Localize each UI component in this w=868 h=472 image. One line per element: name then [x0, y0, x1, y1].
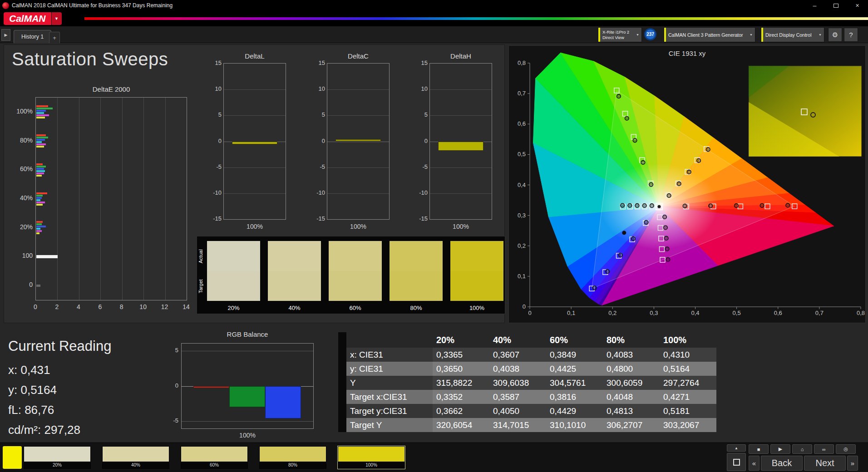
- x-axis-label: 0,2: [608, 310, 616, 316]
- cie-black-dot: [622, 231, 626, 235]
- column-header: 60%: [546, 335, 603, 345]
- table-row[interactable]: x: CIE310,33650,36070,38490,40830,4310: [338, 348, 716, 362]
- gridline: [430, 115, 492, 116]
- table-cell: 0,3352: [433, 390, 489, 404]
- cie-measured-marker: [664, 226, 668, 230]
- reading-cdm2: cd/m²: 297,28: [8, 423, 80, 437]
- close-button[interactable]: ×: [847, 0, 868, 11]
- pattern-bar: ▲ ■ ▶ ⌂ ∞ ◎ « Back Next » 20%40%60%80%10…: [0, 442, 868, 472]
- table-row[interactable]: y: CIE310,36500,40380,44250,48000,5164: [338, 362, 716, 376]
- loop-button[interactable]: ∞: [814, 444, 834, 454]
- x-axis-label: 0: [528, 310, 531, 316]
- pattern-patch-button[interactable]: 40%: [102, 446, 169, 469]
- y-axis-label: 0: [313, 138, 325, 144]
- pattern-window-button[interactable]: [727, 453, 746, 471]
- table-cell: 0,5181: [660, 404, 716, 418]
- gridline: [327, 142, 389, 142]
- y-axis-label: 0: [523, 303, 526, 310]
- table-cell: 0,4048: [603, 390, 660, 404]
- pattern-patch-button[interactable]: 100%: [338, 446, 405, 469]
- logo-dropdown-icon[interactable]: ▼: [52, 12, 62, 25]
- eject-button[interactable]: ▲: [727, 444, 746, 452]
- column-header: 100%: [660, 335, 716, 345]
- title-bar: CalMAN 2018 CalMAN Ultimate for Business…: [0, 0, 868, 11]
- deltae-bar: [36, 110, 46, 112]
- x-axis-label: 0,8: [857, 310, 865, 316]
- row-handle: [338, 418, 346, 432]
- pattern-source-dropdown[interactable]: CalMAN Client 3 Pattern Generator ▼: [664, 27, 755, 42]
- patch-label: 20%: [24, 462, 90, 468]
- gridline: [182, 421, 313, 422]
- deltae-bar: [36, 230, 42, 232]
- cie-measured-marker: [606, 270, 610, 274]
- table-cell: 0,4310: [660, 348, 716, 362]
- y-axis-label: 80%: [14, 137, 33, 144]
- y-axis-label: -15: [416, 215, 428, 222]
- table-cell: 309,6038: [489, 376, 546, 390]
- y-axis-label: 0,6: [518, 120, 526, 127]
- patch-label: 40%: [103, 462, 169, 468]
- table-cell: 304,5761: [546, 376, 603, 390]
- display-control-dropdown[interactable]: Direct Display Control ▼: [761, 27, 824, 42]
- table-cell: 0,4429: [546, 404, 603, 418]
- target-button[interactable]: ◎: [836, 444, 856, 454]
- cie-measured-marker: [667, 194, 671, 198]
- gridline: [224, 167, 286, 168]
- y-axis-label: 5: [210, 111, 222, 118]
- column-header: 80%: [603, 335, 660, 345]
- add-tab-button[interactable]: +: [49, 32, 60, 43]
- pattern-patch-button[interactable]: 60%: [181, 446, 248, 469]
- chevron-down-icon: ▼: [750, 33, 755, 36]
- back-chevron-button[interactable]: «: [749, 456, 760, 471]
- next-chevron-button[interactable]: »: [847, 456, 858, 471]
- red-bar: [193, 386, 229, 388]
- cie-measured-marker: [628, 203, 632, 207]
- pattern-patch-button[interactable]: 20%: [24, 446, 91, 469]
- calman-logo-menu[interactable]: CalMAN ▼: [4, 12, 62, 25]
- y-axis-label: -5: [210, 163, 222, 170]
- gridline: [143, 98, 144, 300]
- patch-color: [338, 447, 404, 462]
- delta-bar: [438, 142, 483, 151]
- y-axis-label: 15: [313, 59, 325, 66]
- gridline: [430, 89, 492, 90]
- help-button[interactable]: ?: [844, 28, 858, 42]
- tab-history-1[interactable]: History 1: [14, 30, 51, 43]
- home-button[interactable]: ⌂: [792, 444, 812, 454]
- cie-measured-marker: [706, 148, 710, 152]
- table-row[interactable]: Target y:CIE310,36620,40500,44290,48130,…: [338, 404, 716, 418]
- meter-line2: Direct View: [602, 35, 629, 40]
- x-axis-label: 100%: [327, 223, 390, 230]
- meter-line1: X-Rite i1Pro 2: [602, 30, 629, 34]
- collapse-panel-button[interactable]: ▶: [1, 29, 10, 41]
- table-cell: 300,6059: [603, 376, 660, 390]
- next-button[interactable]: Next: [804, 456, 846, 471]
- chart-title: RGB Balance: [181, 330, 314, 338]
- deltae-bar: [36, 112, 44, 114]
- x-axis-label: 2: [50, 303, 63, 310]
- minimize-button[interactable]: –: [804, 0, 825, 11]
- meter-dropdown[interactable]: X-Rite i1Pro 2 Direct View ▼: [598, 27, 642, 42]
- y-axis-label: -15: [313, 215, 325, 222]
- y-axis-label: 100: [14, 252, 33, 259]
- meter-count-badge[interactable]: 237: [644, 28, 656, 40]
- row-handle: [338, 332, 346, 348]
- stop-button[interactable]: ■: [749, 444, 769, 454]
- back-button[interactable]: Back: [761, 456, 803, 471]
- play-button[interactable]: ▶: [770, 444, 790, 454]
- gridline: [430, 193, 492, 194]
- maximize-button[interactable]: [825, 0, 847, 11]
- deltae-bar: [36, 117, 45, 118]
- table-row[interactable]: Target Y320,6054314,7015310,1010306,2707…: [338, 418, 716, 432]
- pattern-patch-button[interactable]: 80%: [259, 446, 326, 469]
- table-row[interactable]: Y315,8822309,6038304,5761300,6059297,276…: [338, 376, 716, 390]
- settings-button[interactable]: ⚙: [828, 28, 842, 42]
- gridline: [327, 89, 389, 90]
- deltal-chart: DeltaL 100% 151050-5-10-15: [210, 52, 291, 238]
- table-row[interactable]: Target x:CIE310,33520,35870,38160,40480,…: [338, 390, 716, 404]
- cie-current-dot: [657, 205, 661, 208]
- x-axis-label: 0,5: [733, 310, 741, 316]
- actual-patch: [207, 241, 260, 271]
- cie-measured-marker: [663, 215, 667, 219]
- y-axis-label: 15: [210, 59, 222, 66]
